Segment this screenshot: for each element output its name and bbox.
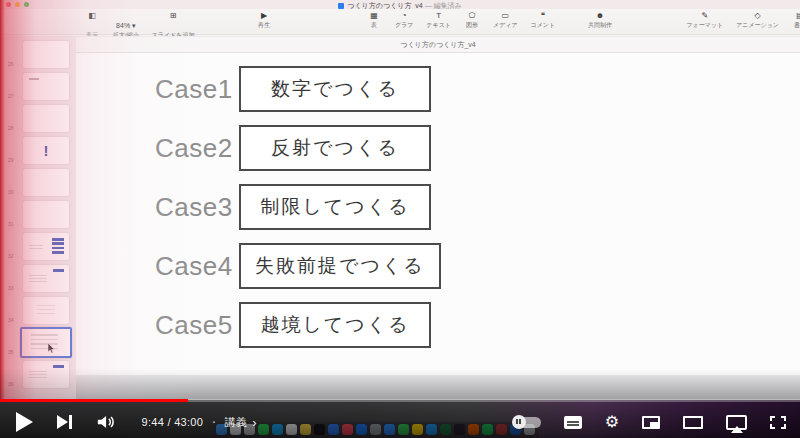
slide-number: 27: [8, 93, 14, 99]
case-text-box[interactable]: 数字でつくる: [239, 66, 431, 112]
slide-number: 30: [8, 189, 14, 195]
slide-number: 29: [8, 157, 14, 163]
volume-button[interactable]: [96, 414, 118, 430]
slide-thumbnail-row: 33: [0, 263, 76, 295]
toolbar-button[interactable]: ⊞ スライドを追加: [152, 11, 195, 39]
toolbar-button[interactable]: ▭ メディア: [493, 11, 518, 29]
toolbar-button[interactable]: T テキスト: [426, 11, 451, 29]
toolbar-icon: ✎: [701, 11, 708, 21]
slide-number: 35: [8, 349, 14, 355]
slide-thumbnail-row: 31: [0, 199, 76, 231]
chapter-link[interactable]: 講義: [225, 415, 248, 430]
slide-number: 32: [8, 253, 14, 259]
document-tab: つくり方のつくり方_v4: [76, 37, 800, 53]
miniplayer-button[interactable]: [642, 416, 660, 429]
case-row: Case2 反射でつくる: [155, 125, 441, 171]
toolbar-icon: ❝: [541, 11, 545, 21]
toolbar-icon: ▤: [796, 11, 800, 21]
toolbar-icon: ▭: [501, 11, 509, 21]
subtitles-button[interactable]: [564, 416, 582, 429]
toolbar-button[interactable]: ◇ アニメーション: [736, 11, 779, 29]
play-button[interactable]: [16, 412, 33, 432]
window-titlebar: つくり方のつくり方_v4 — 編集済み: [0, 0, 800, 9]
slide-thumbnail-row: 32: [0, 231, 76, 263]
slide-thumbnail-row: 26: [0, 39, 76, 71]
slide-thumbnail[interactable]: [23, 41, 69, 68]
toolbar-icon: ⬠: [469, 11, 476, 21]
case-row: Case3 制限してつくる: [155, 184, 441, 230]
play-slideshow-button[interactable]: ▶ 再生: [256, 11, 272, 29]
video-player: つくり方のつくり方_v4 — 編集済み ◧ 表示 84% ▾ 拡大/縮小: [0, 0, 800, 438]
time-display: 9:44 / 43:00 ・ 講義 ›: [142, 415, 257, 430]
slide-thumbnail-row: 29 !: [0, 135, 76, 167]
mouse-cursor-icon: [48, 340, 56, 358]
toolbar-button[interactable]: ◔ グラフ: [395, 11, 413, 29]
play-icon: ▶: [261, 11, 267, 21]
autoplay-toggle[interactable]: [513, 417, 541, 428]
toolbar-button[interactable]: ▤ 書類: [792, 11, 800, 29]
case-label[interactable]: Case4: [155, 251, 239, 282]
case-row: Case1 数字でつくる: [155, 66, 441, 112]
case-label[interactable]: Case5: [155, 310, 239, 341]
toolbar-button[interactable]: ✎ フォーマット: [686, 11, 723, 29]
keynote-toolbar: ◧ 表示 84% ▾ 拡大/縮小 ⊞ スライドを追加: [0, 9, 800, 35]
slide-number: 31: [8, 221, 14, 227]
slide-thumbnail[interactable]: [23, 233, 69, 260]
slide-navigator: 26 27: [0, 36, 76, 400]
slide-thumbnail[interactable]: [23, 73, 69, 100]
slide-number: 34: [8, 317, 14, 323]
slide-canvas: つくり方のつくり方_v4 Case1 数字でつくる Case2 反射でつくる: [76, 36, 800, 400]
slide-number: 28: [8, 125, 14, 131]
settings-gear-button[interactable]: ⚙: [605, 414, 619, 430]
case-label[interactable]: Case2: [155, 133, 239, 164]
case-text-box[interactable]: 失敗前提でつくる: [239, 243, 441, 289]
slide-thumbnail[interactable]: [23, 265, 69, 292]
play-on-tv-button[interactable]: [726, 415, 747, 430]
toolbar-icon: ▦: [370, 11, 378, 21]
slide-thumbnail-row: 36: [0, 359, 76, 391]
toolbar-button[interactable]: ◧ 表示: [84, 11, 100, 39]
toolbar-button[interactable]: ❝ コメント: [531, 11, 556, 29]
keynote-window: つくり方のつくり方_v4 — 編集済み ◧ 表示 84% ▾ 拡大/縮小: [0, 0, 800, 400]
theater-mode-button[interactable]: [683, 416, 703, 429]
slide-thumbnail[interactable]: [23, 297, 69, 324]
video-progress-bar[interactable]: [0, 399, 800, 402]
toolbar-icon: ◧: [88, 11, 96, 21]
slide-thumbnail-row: 30: [0, 167, 76, 199]
slide-thumbnail[interactable]: [23, 361, 69, 388]
slide-thumbnail-row: 27: [0, 71, 76, 103]
case-text-box[interactable]: 反射でつくる: [239, 125, 431, 171]
toolbar-button[interactable]: ⬠ 図形: [464, 11, 480, 29]
next-video-button[interactable]: [57, 415, 72, 429]
toolbar-icon: T: [436, 11, 441, 21]
slide-thumbnail-row: 28: [0, 103, 76, 135]
slide-thumbnail-row: 34: [0, 295, 76, 327]
case-text-box[interactable]: 越境してつくる: [239, 302, 431, 348]
slide-thumbnail[interactable]: [23, 169, 69, 196]
collaborate-icon: ☻: [596, 11, 604, 21]
case-text-box[interactable]: 制限してつくる: [239, 184, 431, 230]
slide-thumbnail[interactable]: [23, 105, 69, 132]
player-controls: 9:44 / 43:00 ・ 講義 › ⚙: [0, 398, 800, 438]
case-row: Case4 失敗前提でつくる: [155, 243, 441, 289]
toolbar-button[interactable]: ▦ 表: [366, 11, 382, 29]
toolbar-icon: ⊞: [170, 11, 177, 21]
slide-thumbnail[interactable]: [20, 327, 72, 358]
pause-icon: [512, 415, 526, 429]
case-label[interactable]: Case1: [155, 74, 239, 105]
slide-number: 33: [8, 285, 14, 291]
chapter-chevron-icon: ›: [252, 417, 257, 428]
toolbar-icon: ◇: [755, 11, 761, 21]
slide-thumbnail-row: 35: [0, 327, 76, 359]
fullscreen-button[interactable]: [770, 416, 786, 429]
toolbar-button[interactable]: 84% ▾ 拡大/縮小: [113, 11, 139, 39]
video-progress-fill: [0, 399, 188, 402]
slide-thumbnail[interactable]: !: [23, 137, 69, 164]
case-label[interactable]: Case3: [155, 192, 239, 223]
case-row: Case5 越境してつくる: [155, 302, 441, 348]
slide-number: 26: [8, 61, 14, 67]
slide-number: 36: [8, 381, 14, 387]
collaborate-button[interactable]: ☻ 共同制作: [588, 11, 612, 29]
slide-thumbnail[interactable]: [23, 201, 69, 228]
toolbar-icon: ◔: [402, 11, 407, 21]
